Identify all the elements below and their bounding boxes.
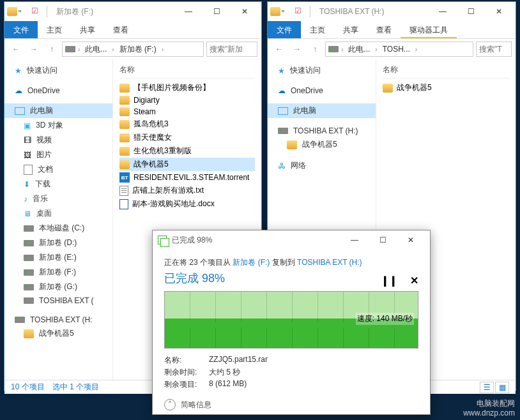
tab-file[interactable]: 文件 bbox=[4, 21, 38, 38]
back-button[interactable]: ← bbox=[8, 41, 24, 57]
sidebar-item[interactable]: ⬇下载 bbox=[4, 177, 112, 191]
sidebar-item[interactable]: 战争机器5 bbox=[4, 326, 112, 341]
chevron-up-icon: ˄ bbox=[164, 399, 176, 410]
sidebar-item[interactable]: ★快速访问 bbox=[268, 63, 376, 78]
folder-icon bbox=[270, 7, 280, 16]
copy-progress-dialog: 已完成 98% — ☐ ✕ 正在将 23 个项目从 新加卷 (F:) 复制到 T… bbox=[152, 230, 431, 415]
crumb[interactable]: 此电... bbox=[82, 43, 109, 56]
qat-check-icon[interactable]: ☑ bbox=[294, 6, 305, 17]
sidebar-item[interactable]: TOSHIBA EXT ( bbox=[4, 294, 112, 307]
search-input[interactable] bbox=[206, 41, 257, 57]
forward-button[interactable]: → bbox=[289, 41, 305, 57]
sidebar-item[interactable]: 🎞视频 bbox=[4, 133, 112, 147]
up-button[interactable]: ↑ bbox=[44, 41, 59, 57]
sidebar-item[interactable]: 新加卷 (F:) bbox=[4, 265, 112, 280]
close-button[interactable]: ✕ bbox=[231, 2, 259, 21]
sidebar-item[interactable]: ▣3D 对象 bbox=[4, 118, 112, 133]
crumb[interactable]: 新加卷 (F:) bbox=[117, 43, 159, 56]
sidebar-item[interactable]: ♪音乐 bbox=[4, 191, 112, 206]
minimize-button[interactable]: — bbox=[174, 2, 203, 21]
tab-home[interactable]: 主页 bbox=[301, 21, 334, 38]
fewer-details-toggle[interactable]: ˄ 简略信息 bbox=[164, 399, 418, 410]
file-row[interactable]: 【手机图片视频备份】 bbox=[119, 81, 255, 94]
file-row[interactable]: 孤岛危机3 bbox=[119, 117, 255, 131]
sidebar-item[interactable]: ☁OneDrive bbox=[4, 84, 112, 97]
back-button[interactable]: ← bbox=[271, 41, 287, 57]
crumb[interactable]: TOSH... bbox=[380, 43, 413, 55]
sidebar-item[interactable]: 战争机器5 bbox=[268, 137, 376, 152]
file-row[interactable]: 店铺上架所有游戏.txt bbox=[119, 184, 255, 197]
breadcrumb-box[interactable]: › 此电... › 新加卷 (F:) › bbox=[62, 41, 204, 57]
file-row[interactable]: 猎天使魔女 bbox=[119, 131, 255, 144]
sidebar-item[interactable]: 新加卷 (G:) bbox=[4, 280, 112, 294]
close-button[interactable]: ✕ bbox=[485, 2, 513, 21]
file-row[interactable]: 生化危机3重制版 bbox=[119, 144, 255, 158]
tab-share[interactable]: 共享 bbox=[334, 21, 367, 38]
view-icons-button[interactable]: ▦ bbox=[495, 382, 509, 393]
file-row[interactable]: 战争机器5 bbox=[119, 158, 255, 171]
minimize-button[interactable]: — bbox=[340, 230, 369, 250]
sidebar-item[interactable]: 此电脑 bbox=[268, 103, 376, 118]
sidebar-item[interactable]: 新加卷 (E:) bbox=[4, 250, 112, 265]
pause-button[interactable]: ❙❙ bbox=[381, 274, 397, 287]
sidebar-item-label: OneDrive bbox=[27, 86, 60, 95]
sidebar-item[interactable]: ☁OneDrive bbox=[268, 84, 376, 97]
sidebar-item-label: 快速访问 bbox=[27, 65, 57, 76]
sidebar-item[interactable]: ★快速访问 bbox=[4, 63, 112, 78]
up-button[interactable]: ↑ bbox=[307, 41, 323, 57]
column-header-name[interactable]: 名称 bbox=[383, 62, 509, 79]
file-row[interactable]: Digiarty bbox=[119, 94, 255, 106]
file-row[interactable]: 副本-游戏购买地址.docx bbox=[119, 197, 255, 211]
maximize-button[interactable]: ☐ bbox=[203, 2, 231, 21]
crumb[interactable]: 此电... bbox=[346, 43, 372, 56]
maximize-button[interactable]: ☐ bbox=[369, 230, 397, 250]
sidebar-item[interactable]: 🖧网络 bbox=[268, 158, 376, 173]
dialog-titlebar[interactable]: 已完成 98% — ☐ ✕ bbox=[153, 230, 430, 250]
drive-icon bbox=[24, 284, 34, 290]
close-button[interactable]: ✕ bbox=[397, 230, 425, 250]
tab-drive-tools[interactable]: 驱动器工具 bbox=[401, 21, 457, 38]
dest-link[interactable]: TOSHIBA EXT (H:) bbox=[297, 258, 362, 267]
column-header-name[interactable]: 名称 bbox=[119, 62, 255, 79]
sidebar-item[interactable]: 🖥桌面 bbox=[4, 206, 112, 221]
tab-view[interactable]: 查看 bbox=[104, 21, 137, 38]
watermark: 电脑装配网 www.dnzp.com bbox=[463, 399, 515, 417]
qat-check-icon[interactable]: ☑ bbox=[31, 6, 42, 17]
search-input[interactable] bbox=[476, 41, 512, 57]
text-file-icon bbox=[119, 186, 128, 196]
sidebar-item[interactable]: 此电脑 bbox=[4, 103, 112, 118]
sidebar-item[interactable]: TOSHIBA EXT (H:) bbox=[268, 124, 376, 137]
sidebar-item[interactable]: 新加卷 (D:) bbox=[4, 236, 112, 250]
separator bbox=[47, 6, 47, 17]
file-row[interactable]: 战争机器5 bbox=[383, 81, 509, 94]
window-title: TOSHIBA EXT (H:) bbox=[319, 7, 429, 16]
cloud-icon: ☁ bbox=[15, 86, 22, 95]
tab-file[interactable]: 文件 bbox=[268, 21, 301, 38]
sidebar-item[interactable]: 本地磁盘 (C:) bbox=[4, 221, 112, 236]
sidebar-item[interactable]: 🖼图片 bbox=[4, 147, 112, 162]
tab-share[interactable]: 共享 bbox=[71, 21, 104, 38]
maximize-button[interactable]: ☐ bbox=[457, 2, 485, 21]
forward-button[interactable]: → bbox=[26, 41, 42, 57]
sidebar-item[interactable]: 文档 bbox=[4, 162, 112, 177]
view-details-button[interactable]: ☰ bbox=[480, 382, 494, 393]
sidebar-item[interactable]: TOSHIBA EXT (H: bbox=[4, 313, 112, 326]
source-link[interactable]: 新加卷 (F:) bbox=[233, 258, 270, 267]
breadcrumb-box[interactable]: › 此电... › TOSH... › bbox=[325, 41, 473, 57]
folder-icon bbox=[119, 107, 130, 116]
file-name: Steam bbox=[134, 107, 156, 116]
chevron-right-icon: › bbox=[112, 46, 114, 53]
file-row[interactable]: BTRESIDENT.EVIL.3.STEAM.torrent bbox=[119, 171, 255, 184]
tab-view[interactable]: 查看 bbox=[367, 21, 401, 38]
drive-icon bbox=[24, 269, 34, 276]
titlebar[interactable]: ▫ ☑ 新加卷 (F:) — ☐ ✕ bbox=[4, 2, 261, 21]
tab-home[interactable]: 主页 bbox=[38, 21, 71, 38]
qat-icon[interactable]: ▫ bbox=[282, 6, 292, 17]
cancel-button[interactable]: ✕ bbox=[410, 274, 418, 287]
minimize-button[interactable]: — bbox=[429, 2, 457, 21]
torrent-icon: BT bbox=[119, 172, 130, 183]
titlebar[interactable]: ▫ ☑ TOSHIBA EXT (H:) — ☐ ✕ bbox=[268, 2, 516, 21]
file-row[interactable]: Steam bbox=[119, 106, 255, 117]
info-value: ZZJQ5.part15.rar bbox=[209, 355, 268, 366]
qat-icon[interactable]: ▫ bbox=[19, 6, 29, 17]
